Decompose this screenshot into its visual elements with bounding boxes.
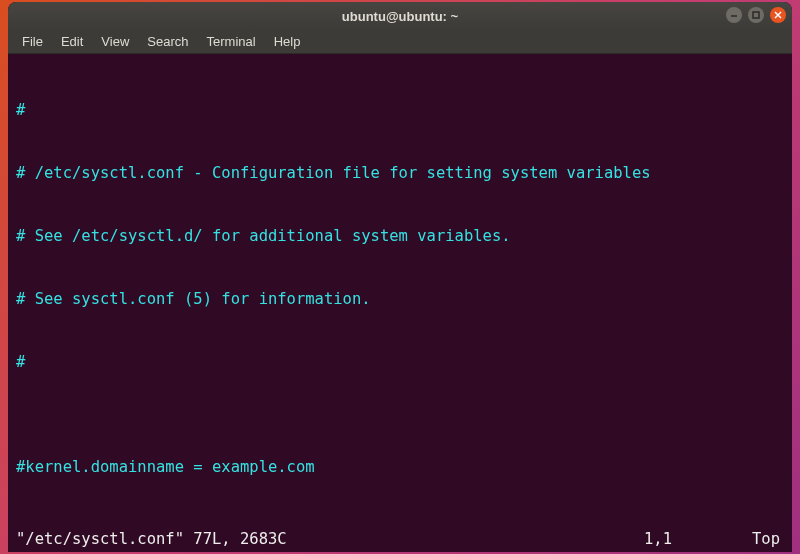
file-line: # /etc/sysctl.conf - Configuration file … bbox=[16, 163, 786, 184]
window-controls bbox=[726, 7, 786, 23]
menubar: File Edit View Search Terminal Help bbox=[8, 30, 792, 54]
menu-file[interactable]: File bbox=[14, 32, 51, 51]
maximize-button[interactable] bbox=[748, 7, 764, 23]
menu-help[interactable]: Help bbox=[266, 32, 309, 51]
minimize-button[interactable] bbox=[726, 7, 742, 23]
file-line: # See /etc/sysctl.d/ for additional syst… bbox=[16, 226, 786, 247]
close-button[interactable] bbox=[770, 7, 786, 23]
file-line: # See sysctl.conf (5) for information. bbox=[16, 289, 786, 310]
svg-rect-1 bbox=[753, 12, 759, 18]
file-line: # bbox=[16, 100, 786, 121]
terminal-window: ubuntu@ubuntu: ~ File Edit View Search T… bbox=[8, 2, 792, 552]
vim-status-line: "/etc/sysctl.conf" 77L, 2683C 1,1 Top bbox=[16, 529, 784, 550]
terminal-content[interactable]: # # /etc/sysctl.conf - Configuration fil… bbox=[8, 54, 792, 552]
menu-view[interactable]: View bbox=[93, 32, 137, 51]
status-position: 1,1 bbox=[287, 529, 752, 550]
window-title: ubuntu@ubuntu: ~ bbox=[342, 9, 458, 24]
file-line: # bbox=[16, 352, 786, 373]
status-file-info: "/etc/sysctl.conf" 77L, 2683C bbox=[16, 529, 287, 550]
file-line: #kernel.domainname = example.com bbox=[16, 457, 786, 478]
menu-edit[interactable]: Edit bbox=[53, 32, 91, 51]
menu-search[interactable]: Search bbox=[139, 32, 196, 51]
status-scroll: Top bbox=[752, 529, 784, 550]
titlebar: ubuntu@ubuntu: ~ bbox=[8, 2, 792, 30]
menu-terminal[interactable]: Terminal bbox=[199, 32, 264, 51]
